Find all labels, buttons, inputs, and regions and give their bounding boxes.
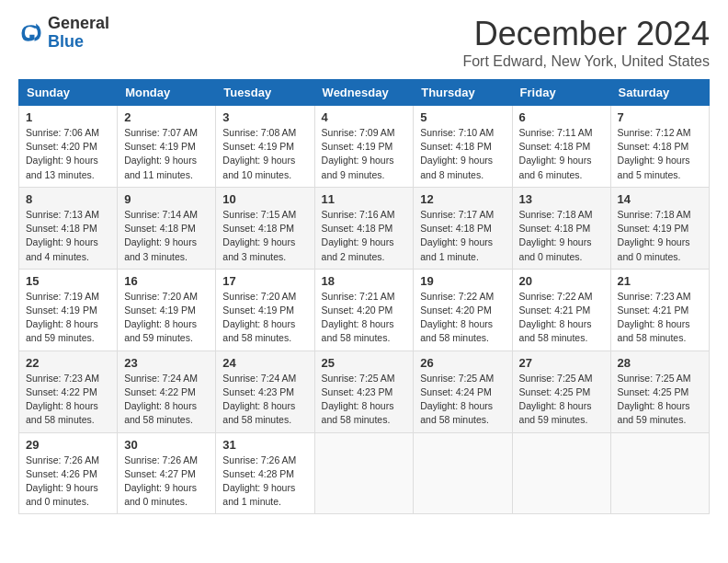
location-title: Fort Edward, New York, United States [462, 53, 710, 70]
logo: General Blue [18, 15, 109, 52]
day-info: Sunrise: 7:20 AMSunset: 4:19 PMDaylight:… [222, 291, 296, 344]
calendar-week-3: 15Sunrise: 7:19 AMSunset: 4:19 PMDayligh… [19, 269, 710, 350]
day-number: 7 [618, 110, 702, 124]
calendar-cell: 18Sunrise: 7:21 AMSunset: 4:20 PMDayligh… [314, 269, 414, 350]
calendar-cell: 20Sunrise: 7:22 AMSunset: 4:21 PMDayligh… [512, 269, 610, 350]
calendar-cell [610, 432, 709, 514]
calendar-cell: 29Sunrise: 7:26 AMSunset: 4:26 PMDayligh… [19, 432, 118, 514]
day-number: 4 [322, 110, 407, 124]
day-number: 3 [222, 110, 307, 124]
calendar-cell: 11Sunrise: 7:16 AMSunset: 4:18 PMDayligh… [314, 187, 414, 269]
day-info: Sunrise: 7:23 AMSunset: 4:22 PMDaylight:… [26, 373, 99, 426]
day-info: Sunrise: 7:18 AMSunset: 4:19 PMDaylight:… [618, 209, 691, 262]
logo-general: General [48, 15, 109, 33]
calendar-cell: 16Sunrise: 7:20 AMSunset: 4:19 PMDayligh… [118, 269, 216, 350]
calendar-cell: 8Sunrise: 7:13 AMSunset: 4:18 PMDaylight… [19, 187, 118, 269]
day-info: Sunrise: 7:26 AMSunset: 4:26 PMDaylight:… [26, 454, 99, 508]
calendar-header-row: Sunday Monday Tuesday Wednesday Thursday… [19, 80, 710, 106]
calendar-cell: 28Sunrise: 7:25 AMSunset: 4:25 PMDayligh… [610, 350, 709, 432]
calendar-cell: 12Sunrise: 7:17 AMSunset: 4:18 PMDayligh… [414, 187, 512, 269]
calendar-cell: 1Sunrise: 7:06 AMSunset: 4:20 PMDaylight… [19, 106, 118, 188]
day-number: 16 [124, 274, 209, 288]
day-number: 25 [322, 356, 407, 370]
day-info: Sunrise: 7:09 AMSunset: 4:19 PMDaylight:… [322, 127, 395, 180]
day-number: 9 [124, 192, 209, 206]
day-number: 20 [519, 274, 604, 288]
day-info: Sunrise: 7:07 AMSunset: 4:19 PMDaylight:… [124, 127, 198, 180]
calendar-week-2: 8Sunrise: 7:13 AMSunset: 4:18 PMDaylight… [19, 187, 710, 269]
day-info: Sunrise: 7:26 AMSunset: 4:28 PMDaylight:… [222, 454, 296, 508]
calendar-cell: 4Sunrise: 7:09 AMSunset: 4:19 PMDaylight… [314, 106, 414, 188]
calendar-cell [414, 432, 512, 514]
day-info: Sunrise: 7:15 AMSunset: 4:18 PMDaylight:… [222, 209, 296, 262]
col-saturday: Saturday [610, 80, 709, 106]
calendar-table: Sunday Monday Tuesday Wednesday Thursday… [18, 79, 710, 514]
day-number: 31 [222, 438, 307, 452]
day-info: Sunrise: 7:25 AMSunset: 4:25 PMDaylight:… [618, 373, 691, 426]
day-number: 11 [322, 192, 407, 206]
col-thursday: Thursday [414, 80, 512, 106]
day-info: Sunrise: 7:18 AMSunset: 4:18 PMDaylight:… [519, 209, 593, 262]
calendar-cell: 13Sunrise: 7:18 AMSunset: 4:18 PMDayligh… [512, 187, 610, 269]
day-info: Sunrise: 7:25 AMSunset: 4:25 PMDaylight:… [519, 373, 593, 426]
calendar-cell: 2Sunrise: 7:07 AMSunset: 4:19 PMDaylight… [118, 106, 216, 188]
day-number: 27 [519, 356, 604, 370]
calendar-cell: 14Sunrise: 7:18 AMSunset: 4:19 PMDayligh… [610, 187, 709, 269]
day-info: Sunrise: 7:19 AMSunset: 4:19 PMDaylight:… [26, 291, 99, 344]
day-number: 21 [618, 274, 702, 288]
day-number: 22 [26, 356, 110, 370]
day-number: 17 [222, 274, 307, 288]
calendar-cell: 21Sunrise: 7:23 AMSunset: 4:21 PMDayligh… [610, 269, 709, 350]
calendar-cell: 3Sunrise: 7:08 AMSunset: 4:19 PMDaylight… [216, 106, 314, 188]
day-number: 1 [26, 110, 110, 124]
calendar-cell: 7Sunrise: 7:12 AMSunset: 4:18 PMDaylight… [610, 106, 709, 188]
calendar-week-4: 22Sunrise: 7:23 AMSunset: 4:22 PMDayligh… [19, 350, 710, 432]
col-friday: Friday [512, 80, 610, 106]
calendar-cell: 23Sunrise: 7:24 AMSunset: 4:22 PMDayligh… [118, 350, 216, 432]
day-number: 5 [420, 110, 505, 124]
day-info: Sunrise: 7:22 AMSunset: 4:20 PMDaylight:… [420, 291, 494, 344]
calendar-cell: 30Sunrise: 7:26 AMSunset: 4:27 PMDayligh… [118, 432, 216, 514]
logo-blue: Blue [48, 33, 109, 52]
day-info: Sunrise: 7:22 AMSunset: 4:21 PMDaylight:… [519, 291, 593, 344]
day-info: Sunrise: 7:21 AMSunset: 4:20 PMDaylight:… [322, 291, 395, 344]
calendar-cell: 25Sunrise: 7:25 AMSunset: 4:23 PMDayligh… [314, 350, 414, 432]
day-info: Sunrise: 7:11 AMSunset: 4:18 PMDaylight:… [519, 127, 593, 180]
calendar-cell: 5Sunrise: 7:10 AMSunset: 4:18 PMDaylight… [414, 106, 512, 188]
day-number: 24 [222, 356, 307, 370]
day-number: 12 [420, 192, 505, 206]
col-monday: Monday [118, 80, 216, 106]
col-tuesday: Tuesday [216, 80, 314, 106]
day-number: 6 [519, 110, 604, 124]
day-info: Sunrise: 7:23 AMSunset: 4:21 PMDaylight:… [618, 291, 691, 344]
calendar-cell [512, 432, 610, 514]
day-info: Sunrise: 7:12 AMSunset: 4:18 PMDaylight:… [618, 127, 691, 180]
calendar-cell: 9Sunrise: 7:14 AMSunset: 4:18 PMDaylight… [118, 187, 216, 269]
calendar-week-1: 1Sunrise: 7:06 AMSunset: 4:20 PMDaylight… [19, 106, 710, 188]
calendar-cell: 6Sunrise: 7:11 AMSunset: 4:18 PMDaylight… [512, 106, 610, 188]
day-info: Sunrise: 7:06 AMSunset: 4:20 PMDaylight:… [26, 127, 99, 180]
day-info: Sunrise: 7:26 AMSunset: 4:27 PMDaylight:… [124, 454, 198, 508]
day-info: Sunrise: 7:20 AMSunset: 4:19 PMDaylight:… [124, 291, 198, 344]
col-wednesday: Wednesday [314, 80, 414, 106]
day-number: 23 [124, 356, 209, 370]
page-header: General Blue December 2024 Fort Edward, … [18, 15, 710, 70]
day-number: 30 [124, 438, 209, 452]
calendar-cell [314, 432, 414, 514]
calendar-cell: 15Sunrise: 7:19 AMSunset: 4:19 PMDayligh… [19, 269, 118, 350]
day-number: 19 [420, 274, 505, 288]
day-info: Sunrise: 7:24 AMSunset: 4:22 PMDaylight:… [124, 373, 198, 426]
day-info: Sunrise: 7:08 AMSunset: 4:19 PMDaylight:… [222, 127, 296, 180]
day-number: 18 [322, 274, 407, 288]
calendar-cell: 10Sunrise: 7:15 AMSunset: 4:18 PMDayligh… [216, 187, 314, 269]
day-info: Sunrise: 7:25 AMSunset: 4:24 PMDaylight:… [420, 373, 494, 426]
calendar-cell: 26Sunrise: 7:25 AMSunset: 4:24 PMDayligh… [414, 350, 512, 432]
day-number: 2 [124, 110, 209, 124]
day-info: Sunrise: 7:13 AMSunset: 4:18 PMDaylight:… [26, 209, 99, 262]
day-number: 14 [618, 192, 702, 206]
calendar-week-5: 29Sunrise: 7:26 AMSunset: 4:26 PMDayligh… [19, 432, 710, 514]
day-number: 13 [519, 192, 604, 206]
day-number: 10 [222, 192, 307, 206]
day-info: Sunrise: 7:10 AMSunset: 4:18 PMDaylight:… [420, 127, 494, 180]
calendar-cell: 24Sunrise: 7:24 AMSunset: 4:23 PMDayligh… [216, 350, 314, 432]
